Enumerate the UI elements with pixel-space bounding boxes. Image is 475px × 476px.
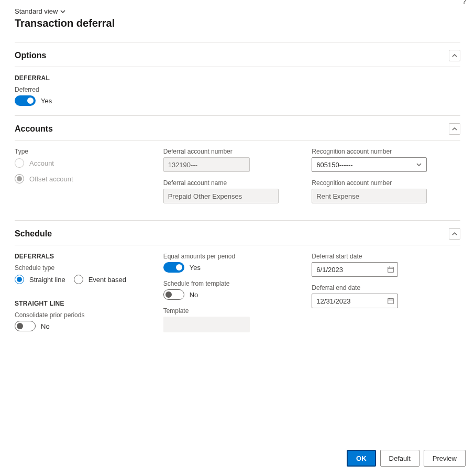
start-date-value: 6/1/2023 <box>316 266 343 274</box>
schedule-type-event-label: Event based <box>89 276 126 284</box>
options-deferral-heading: DEFERRAL <box>15 74 460 82</box>
deferral-acct-name-value: Prepaid Other Expenses <box>168 192 242 200</box>
deferred-label: Deferred <box>15 86 460 93</box>
collapse-button-accounts[interactable] <box>449 123 460 135</box>
chevron-up-icon <box>451 231 458 237</box>
straight-line-heading: STRAIGHT LINE <box>15 300 153 307</box>
recog-acct-name-input: Rent Expense <box>312 189 427 203</box>
recog-acct-num-label: Recognition account number <box>312 148 450 155</box>
view-selector[interactable]: Standard view <box>15 7 66 15</box>
schedule-type-event[interactable]: Event based <box>74 275 126 284</box>
consolidate-toggle[interactable] <box>15 321 36 331</box>
chevron-down-icon <box>416 161 422 168</box>
deferred-value: Yes <box>41 97 52 105</box>
help-icon[interactable]: ? <box>462 0 467 6</box>
preview-button[interactable]: Preview <box>424 450 466 467</box>
template-input <box>163 317 250 332</box>
section-header-accounts[interactable]: Accounts <box>15 116 460 140</box>
deferral-acct-num-value: 132190--- <box>168 161 197 169</box>
section-title-accounts: Accounts <box>15 124 53 134</box>
collapse-button-schedule[interactable] <box>449 228 460 240</box>
equal-amounts-label: Equal amounts per period <box>163 253 302 260</box>
svg-rect-4 <box>388 299 394 304</box>
from-template-value: No <box>190 291 198 299</box>
equal-amounts-toggle[interactable] <box>163 262 184 273</box>
chevron-up-icon <box>451 52 458 59</box>
radio-icon <box>74 275 83 284</box>
template-label: Template <box>163 307 302 315</box>
section-header-options[interactable]: Options <box>15 42 460 67</box>
recog-acct-name-label: Recognition account number <box>312 179 450 187</box>
type-radio-offset: Offset account <box>15 174 153 183</box>
consolidate-value: No <box>41 322 50 330</box>
recog-acct-name-value: Rent Expense <box>316 192 359 200</box>
view-selector-label: Standard view <box>15 7 58 15</box>
schedule-type-straight-label: Straight line <box>29 276 65 284</box>
type-offset-label: Offset account <box>29 175 73 183</box>
default-button[interactable]: Default <box>380 450 419 467</box>
chevron-up-icon <box>451 126 458 132</box>
deferral-acct-name-input: Prepaid Other Expenses <box>163 189 279 203</box>
recog-acct-num-select[interactable]: 605150------ <box>312 157 427 172</box>
schedule-type-label: Schedule type <box>15 264 153 272</box>
type-radio-account: Account <box>15 158 153 168</box>
section-title-schedule: Schedule <box>15 229 52 239</box>
deferral-acct-name-label: Deferral account name <box>163 179 302 187</box>
consolidate-label: Consolidate prior periods <box>15 311 153 319</box>
from-template-label: Schedule from template <box>163 280 302 287</box>
radio-icon <box>15 275 24 284</box>
collapse-button-options[interactable] <box>449 50 460 61</box>
section-header-schedule[interactable]: Schedule <box>15 221 460 245</box>
svg-rect-0 <box>388 267 394 273</box>
ok-button[interactable]: OK <box>347 450 376 467</box>
radio-icon <box>15 174 24 183</box>
start-date-label: Deferral start date <box>312 253 450 260</box>
page-title: Transaction deferral <box>15 17 460 29</box>
end-date-label: Deferral end date <box>312 284 450 291</box>
radio-icon <box>15 158 24 168</box>
calendar-icon[interactable] <box>387 297 394 305</box>
calendar-icon[interactable] <box>387 266 394 273</box>
from-template-toggle[interactable] <box>163 289 184 300</box>
end-date-input[interactable]: 12/31/2023 <box>312 294 398 308</box>
start-date-input[interactable]: 6/1/2023 <box>312 262 398 277</box>
deferred-toggle[interactable] <box>15 95 36 106</box>
section-title-options: Options <box>15 51 46 60</box>
deferral-acct-num-input: 132190--- <box>163 157 250 172</box>
type-label: Type <box>15 148 153 155</box>
end-date-value: 12/31/2023 <box>316 297 350 305</box>
equal-amounts-value: Yes <box>190 264 201 272</box>
schedule-type-straight[interactable]: Straight line <box>15 275 65 284</box>
chevron-down-icon <box>60 8 66 15</box>
recog-acct-num-value: 605150------ <box>316 161 352 169</box>
deferral-acct-num-label: Deferral account number <box>163 148 302 155</box>
deferrals-heading: DEFERRALS <box>15 253 153 260</box>
type-account-label: Account <box>29 159 54 167</box>
